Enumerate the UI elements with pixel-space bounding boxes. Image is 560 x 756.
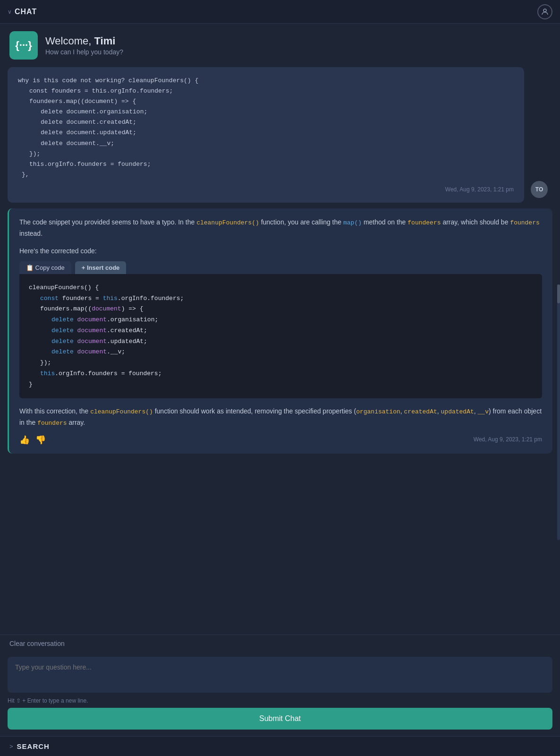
correction-cleanupFounders: cleanupFounders()	[90, 408, 153, 415]
input-area: Hit ⇧ + Enter to type a new line. Submit…	[0, 652, 560, 736]
welcome-text: Welcome, Timi How can I help you today?	[45, 35, 123, 56]
main-content: {···} Welcome, Timi How can I help you t…	[0, 24, 560, 736]
scroll-thumb	[557, 284, 560, 303]
search-chevron-icon: >	[9, 743, 13, 750]
correction-updatedAt: updatedAt	[441, 408, 474, 415]
feedback-icons: 👍 👎	[19, 435, 46, 445]
scroll-indicator[interactable]	[557, 284, 560, 540]
top-bar: ∨ CHAT	[0, 0, 560, 24]
search-label: SEARCH	[17, 742, 50, 750]
top-bar-left: ∨ CHAT	[8, 8, 37, 16]
thumbs-up-button[interactable]: 👍	[19, 435, 30, 445]
highlight-foundeers: foundeers	[407, 219, 441, 226]
copy-code-button[interactable]: 📋 Copy code	[19, 261, 71, 274]
feedback-row: 👍 👎 Wed, Aug 9, 2023, 1:21 pm	[19, 435, 542, 445]
ai-message: The code snippet you provided seems to h…	[8, 208, 552, 454]
correction-createdAt: createdAt	[404, 408, 437, 415]
correction-v: __v	[478, 408, 489, 415]
highlight-founders-inline: founders	[510, 219, 539, 226]
clear-conversation-button[interactable]: Clear conversation	[0, 635, 560, 652]
user-profile-icon[interactable]	[537, 4, 552, 19]
chat-input[interactable]	[8, 657, 552, 693]
bottom-search-bar[interactable]: > SEARCH	[0, 736, 560, 756]
bot-avatar: {···}	[9, 31, 38, 60]
ai-intro-text: The code snippet you provided seems to h…	[19, 217, 542, 239]
correction-organisation: organisation	[356, 408, 400, 415]
svg-point-0	[543, 9, 546, 12]
correction-text: With this correction, the cleanupFounder…	[19, 406, 542, 428]
welcome-name: Timi	[94, 35, 116, 47]
thumbs-down-button[interactable]: 👎	[35, 435, 46, 445]
insert-code-button[interactable]: + Insert code	[75, 261, 127, 274]
heres-corrected: Here's the corrected code:	[19, 246, 542, 257]
user-avatar-badge: TO	[531, 181, 548, 198]
chat-area: why is this code not working? cleanupFou…	[0, 67, 560, 635]
user-message: why is this code not working? cleanupFou…	[8, 67, 524, 203]
chat-wrapper: why is this code not working? cleanupFou…	[0, 67, 560, 635]
highlight-map: map()	[343, 219, 362, 226]
highlight-cleanupFounders: cleanupFounders()	[196, 219, 259, 226]
user-code-block: why is this code not working? cleanupFou…	[18, 76, 514, 180]
ai-message-timestamp: Wed, Aug 9, 2023, 1:21 pm	[474, 435, 542, 445]
user-message-container: why is this code not working? cleanupFou…	[8, 67, 524, 203]
corrected-code-block: cleanupFounders() { const founders = thi…	[19, 274, 542, 399]
user-message-timestamp: Wed, Aug 9, 2023, 1:21 pm	[18, 185, 514, 194]
correction-founders: founders	[37, 420, 67, 427]
chat-label: CHAT	[15, 8, 37, 16]
code-block-header: 📋 Copy code + Insert code	[19, 261, 542, 274]
submit-chat-button[interactable]: Submit Chat	[8, 708, 552, 730]
input-hint: Hit ⇧ + Enter to type a new line.	[8, 695, 552, 708]
welcome-header: {···} Welcome, Timi How can I help you t…	[0, 24, 560, 67]
welcome-subtitle: How can I help you today?	[45, 48, 123, 56]
chevron-down-icon[interactable]: ∨	[8, 9, 12, 15]
welcome-title: Welcome, Timi	[45, 35, 123, 47]
